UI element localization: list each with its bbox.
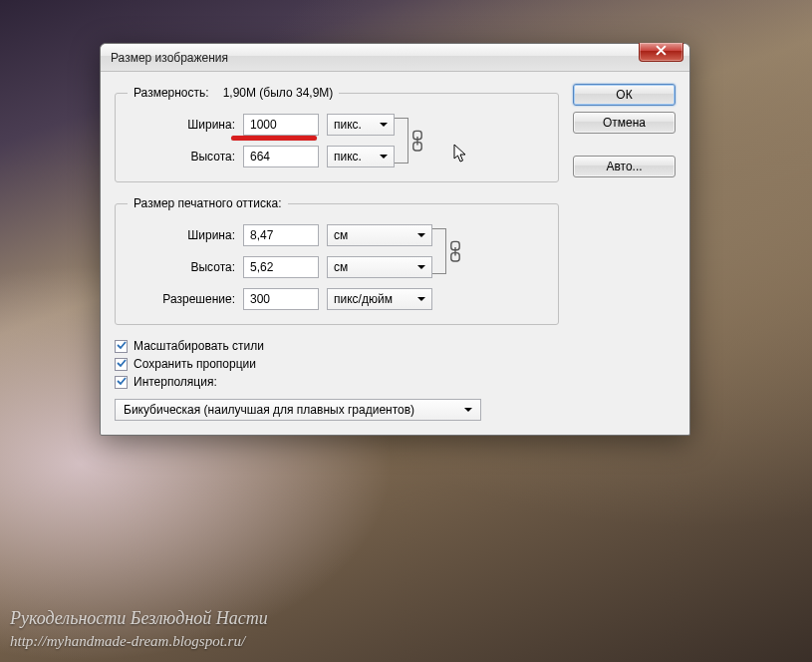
ok-button[interactable]: ОК (573, 84, 676, 106)
print-width-unit-select[interactable]: см (327, 224, 432, 246)
scale-styles-label: Масштабировать стили (134, 339, 264, 353)
pixel-height-label: Высота: (128, 150, 235, 164)
checkmark-icon (117, 357, 127, 371)
interpolation-label: Интерполяция: (134, 375, 217, 389)
chain-link-icon (448, 242, 462, 260)
checkmark-icon (117, 339, 127, 353)
interpolation-method-select[interactable]: Бикубическая (наилучшая для плавных град… (115, 399, 481, 421)
scale-styles-checkbox[interactable] (115, 340, 128, 353)
cancel-button[interactable]: Отмена (573, 112, 676, 134)
print-height-input[interactable] (243, 256, 319, 278)
dialog-title: Размер изображения (111, 51, 228, 65)
interpolation-method-value: Бикубическая (наилучшая для плавных град… (124, 403, 414, 417)
constrain-proportions-label: Сохранить пропорции (134, 357, 256, 371)
pixel-legend: Размерность: 1,90M (было 34,9M) (128, 86, 339, 100)
watermark-line2: http://myhandmade-dream.blogspot.ru/ (10, 631, 268, 652)
print-height-unit-select[interactable]: см (327, 256, 432, 278)
print-size-group: Размер печатного оттиска: Ширина: см Выс… (115, 196, 559, 325)
watermark-line1: Рукодельности Безлюдной Насти (10, 606, 268, 631)
chain-link-icon (410, 132, 424, 150)
auto-button[interactable]: Авто... (573, 156, 676, 177)
close-button[interactable] (639, 43, 683, 62)
pixel-width-input[interactable] (243, 114, 319, 136)
pixel-width-unit-select[interactable]: пикс. (327, 114, 395, 136)
checkmark-icon (117, 375, 127, 389)
close-icon (656, 45, 667, 59)
print-height-label: Высота: (128, 260, 235, 274)
interpolation-checkbox[interactable] (115, 376, 128, 389)
print-link-bracket (432, 228, 446, 274)
print-legend: Размер печатного оттиска: (128, 196, 288, 210)
constrain-proportions-checkbox[interactable] (115, 358, 128, 371)
image-size-dialog: Размер изображения Размерность: 1,90M (б… (100, 43, 690, 436)
print-width-label: Ширина: (128, 228, 235, 242)
pixel-legend-stats: 1,90M (было 34,9M) (223, 86, 334, 100)
options-checks: Масштабировать стили Сохранить пропорции… (115, 339, 559, 389)
resolution-label: Разрешение: (128, 292, 235, 306)
titlebar[interactable]: Размер изображения (101, 44, 689, 72)
pixel-legend-label: Размерность: (134, 86, 209, 100)
pixel-height-unit-select[interactable]: пикс. (327, 146, 395, 167)
red-underline-annotation (231, 136, 317, 141)
pixel-dimensions-group: Размерность: 1,90M (было 34,9M) Ширина: … (115, 86, 559, 182)
resolution-unit-select[interactable]: пикс/дюйм (327, 288, 432, 310)
cursor-arrow-icon (453, 144, 469, 168)
pixel-width-label: Ширина: (128, 118, 235, 132)
pixel-height-input[interactable] (243, 146, 319, 167)
resolution-input[interactable] (243, 288, 319, 310)
watermark: Рукодельности Безлюдной Насти http://myh… (10, 606, 268, 652)
print-width-input[interactable] (243, 224, 319, 246)
pixel-link-bracket (395, 118, 408, 164)
